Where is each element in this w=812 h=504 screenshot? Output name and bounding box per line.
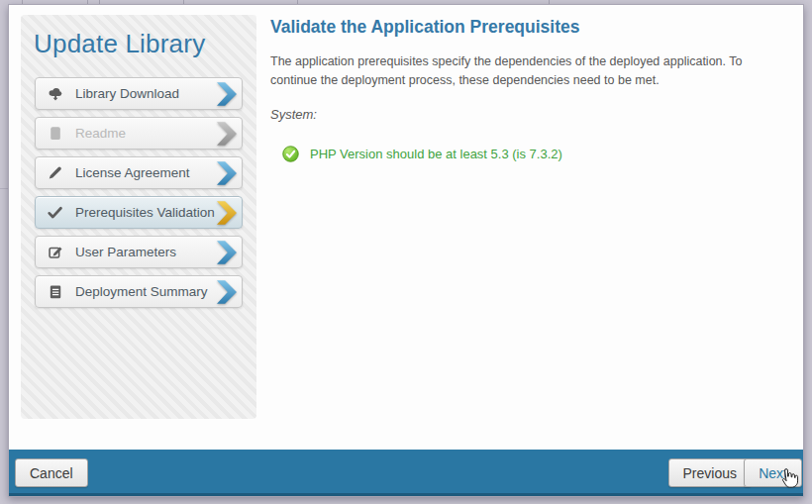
system-section-label: System: [270,107,789,122]
step-chevron-icon [217,241,237,264]
step-chevron-icon [217,201,237,225]
description-text: The application prerequisites specify th… [270,52,765,90]
sidebar-item-label: Readme [75,126,217,141]
sidebar-item-library-download[interactable]: Library Download [35,77,243,110]
sidebar-item-label: Deployment Summary [75,284,217,299]
sidebar-item-readme: Readme [35,117,243,150]
cloud-download-icon [47,85,63,102]
page-background: Update Library Library Download [0,0,812,504]
document-icon [47,125,63,142]
wizard-title: Update Library [34,29,256,59]
step-chevron-icon [217,161,237,185]
wizard-content-panel: Validate the Application Prerequisites T… [270,17,789,162]
cancel-button[interactable]: Cancel [15,458,88,487]
sidebar-item-user-parameters[interactable]: User Parameters [35,236,243,268]
sidebar-item-prerequisites-validation[interactable]: Prerequisites Validation [35,196,243,229]
prerequisite-check-row: PHP Version should be at least 5.3 (is 7… [282,146,789,162]
step-chevron-icon [217,280,237,304]
check-circle-icon [282,146,299,162]
background-edge-tick [0,188,8,189]
sidebar-item-label: License Agreement [75,165,217,180]
next-button[interactable]: Next [744,458,802,487]
sidebar-item-label: Library Download [75,86,217,101]
previous-button[interactable]: Previous [668,458,752,487]
sidebar-item-deployment-summary[interactable]: Deployment Summary [35,275,243,308]
footer-bar: Cancel Previous Next [9,450,803,496]
content-heading: Validate the Application Prerequisites [270,17,789,38]
step-chevron-icon [217,122,237,146]
step-chevron-icon [217,82,237,106]
pen-icon [47,164,63,181]
wizard-sidebar: Update Library Library Download [21,15,256,419]
prerequisite-check-text: PHP Version should be at least 5.3 (is 7… [310,147,562,161]
update-library-dialog: Update Library Library Download [8,4,804,497]
list-icon [47,283,63,300]
sidebar-item-license-agreement[interactable]: License Agreement [35,156,243,189]
edit-icon [47,244,63,260]
sidebar-item-label: Prerequisites Validation [75,205,217,220]
checkmark-icon [47,204,63,221]
sidebar-item-label: User Parameters [75,245,217,259]
